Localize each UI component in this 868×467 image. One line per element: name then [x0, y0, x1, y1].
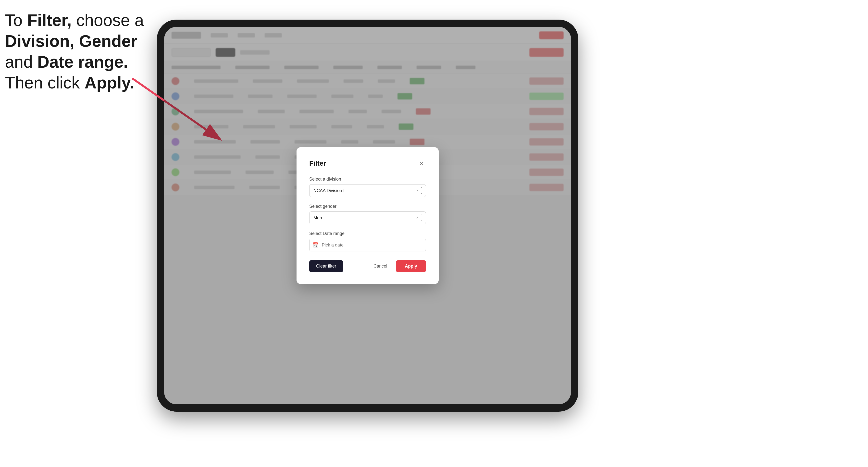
instruction-date-range: Date range.: [37, 53, 128, 71]
instruction-apply: Apply.: [85, 73, 134, 92]
filter-modal: Filter × Select a division NCAA Division…: [297, 147, 439, 284]
date-form-group: Select Date range 📅: [309, 231, 426, 251]
gender-label: Select gender: [309, 204, 426, 209]
gender-form-group: Select gender Men Women Co-ed × ⌃⌄: [309, 204, 426, 224]
instruction-division-gender: Division, Gender: [5, 31, 147, 52]
date-range-input[interactable]: [309, 239, 426, 251]
division-select[interactable]: NCAA Division I NCAA Division II NCAA Di…: [309, 184, 426, 197]
division-label: Select a division: [309, 177, 426, 182]
date-label: Select Date range: [309, 231, 426, 236]
gender-select[interactable]: Men Women Co-ed: [309, 212, 426, 224]
modal-overlay: Filter × Select a division NCAA Division…: [164, 27, 571, 404]
tablet-device: Filter × Select a division NCAA Division…: [157, 20, 578, 412]
date-input-wrap: 📅: [309, 239, 426, 251]
cancel-button[interactable]: Cancel: [369, 260, 392, 272]
clear-filter-button[interactable]: Clear filter: [309, 260, 343, 272]
gender-select-wrap: Men Women Co-ed × ⌃⌄: [309, 212, 426, 224]
modal-header: Filter ×: [309, 159, 426, 168]
footer-right-buttons: Cancel Apply: [369, 260, 426, 272]
modal-title: Filter: [309, 159, 326, 167]
modal-close-button[interactable]: ×: [417, 159, 426, 168]
apply-button[interactable]: Apply: [396, 260, 426, 272]
division-form-group: Select a division NCAA Division I NCAA D…: [309, 177, 426, 197]
instruction-panel: To Filter, choose a Division, Gender and…: [5, 10, 147, 93]
instruction-filter-word: Filter,: [27, 11, 71, 29]
modal-footer: Clear filter Cancel Apply: [309, 260, 426, 272]
tablet-screen: Filter × Select a division NCAA Division…: [164, 27, 571, 404]
division-select-wrap: NCAA Division I NCAA Division II NCAA Di…: [309, 184, 426, 197]
